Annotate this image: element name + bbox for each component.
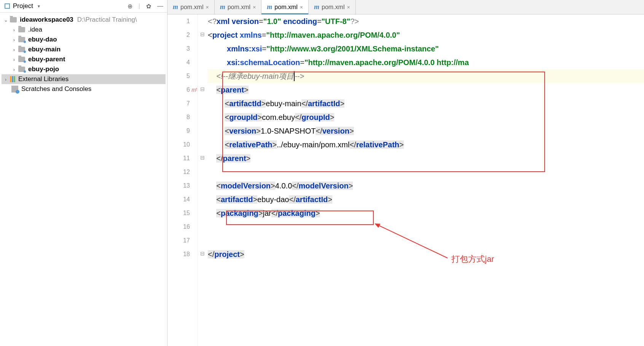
code-line-2: <project xmlns="http://maven.apache.org/…: [208, 28, 644, 42]
tab-pom-3[interactable]: m pom.xml ×: [261, 0, 309, 14]
line-number: 7: [167, 97, 190, 110]
code-line-3: xmlns:xsi="http://www.w3.org/2001/XMLSch…: [208, 42, 644, 56]
line-number: 10: [167, 138, 190, 151]
dropdown-icon[interactable]: ▼: [37, 4, 41, 8]
line-number: 2: [167, 28, 190, 42]
module-folder-icon: [18, 37, 25, 42]
code-line-5: <!--继承ebuy-main项目-->: [208, 69, 644, 83]
editor-body[interactable]: 1 2 3 4 5 6↑ 7 8 9 10 11 12 13 14 15 16 …: [167, 14, 644, 346]
code-line-15: <packaging>jar</packaging>: [208, 206, 644, 220]
maven-icon: m: [220, 3, 225, 11]
code-line-17: [208, 234, 644, 247]
code-line-1: <?xml version="1.0" encoding="UTF-8"?>: [208, 14, 644, 28]
line-number: 13: [167, 179, 190, 193]
tree-item-external-libraries[interactable]: › External Libraries: [2, 74, 166, 84]
line-number: 4: [167, 56, 190, 69]
code-line-16: [208, 220, 644, 234]
close-icon[interactable]: ×: [253, 4, 256, 10]
close-icon[interactable]: ×: [300, 4, 303, 10]
line-number: 11: [167, 151, 190, 165]
code-line-9: <version>1.0-SNAPSHOT</version>: [208, 124, 644, 138]
line-number: 17: [167, 234, 190, 247]
line-number: 5: [167, 69, 190, 83]
tab-pom-4[interactable]: m pom.xml ×: [309, 0, 356, 14]
tree-item-label: External Libraries: [18, 75, 69, 83]
libraries-icon: [10, 76, 15, 82]
gutter: 1 2 3 4 5 6↑ 7 8 9 10 11 12 13 14 15 16 …: [167, 14, 198, 346]
tree-item-label: ebuy-pojo: [28, 65, 59, 73]
fold-icon[interactable]: ⊟: [200, 86, 205, 92]
line-number: 8: [167, 110, 190, 124]
tree-item-label: ebuy-dao: [28, 36, 57, 43]
tree-root-path: D:\Practical Training\: [77, 16, 137, 24]
editor-tabs: m pom.xml × m pom.xml × m pom.xml × m po…: [167, 0, 644, 14]
sidebar-title[interactable]: Project ▼: [4, 2, 41, 10]
line-number: 9: [167, 124, 190, 138]
editor-area: m pom.xml × m pom.xml × m pom.xml × m po…: [167, 0, 644, 346]
maven-gutter-icon[interactable]: ↑: [191, 83, 196, 97]
maven-icon: m: [173, 3, 178, 11]
tab-pom-2[interactable]: m pom.xml ×: [215, 0, 262, 14]
sidebar-actions: ⊕ | ✿ —: [128, 3, 163, 10]
code-line-8: <groupId>com.ebuy</groupId>: [208, 110, 644, 124]
project-tree[interactable]: ⌄ ideaworkspace03 D:\Practical Training\…: [0, 13, 167, 96]
divider: |: [139, 3, 140, 10]
settings-icon[interactable]: ✿: [146, 3, 151, 10]
locate-icon[interactable]: ⊕: [128, 3, 132, 10]
line-number: 1: [167, 14, 190, 28]
tree-item[interactable]: › ebuy-pojo: [2, 64, 166, 74]
fold-end-icon[interactable]: ⊟: [200, 250, 205, 257]
chevron-right-icon[interactable]: ›: [3, 77, 8, 82]
project-panel-icon: [4, 3, 11, 10]
code-line-7: <artifactId>ebuy-main</artifactId>: [208, 97, 644, 110]
tree-item[interactable]: › ebuy-dao: [2, 35, 166, 45]
fold-end-icon[interactable]: ⊟: [200, 155, 205, 161]
line-number: 18: [167, 247, 190, 261]
tree-item[interactable]: › ebuy-main: [2, 45, 166, 54]
tree-item[interactable]: › .idea: [2, 25, 166, 35]
tree-root[interactable]: ⌄ ideaworkspace03 D:\Practical Training\: [2, 15, 166, 25]
code-line-10: <relativePath>../ebuy-main/pom.xml</rela…: [208, 138, 644, 151]
code-area[interactable]: <?xml version="1.0" encoding="UTF-8"?> <…: [208, 14, 644, 346]
chevron-right-icon[interactable]: ›: [11, 37, 17, 43]
code-line-18: </project>: [208, 247, 644, 261]
line-number: 12: [167, 165, 190, 179]
collapse-icon[interactable]: —: [157, 3, 163, 10]
chevron-right-icon[interactable]: ›: [11, 67, 17, 72]
code-line-14: <artifactId>ebuy-dao</artifactId>: [208, 193, 644, 206]
tree-item-scratches[interactable]: Scratches and Consoles: [2, 84, 166, 94]
close-icon[interactable]: ×: [347, 4, 350, 10]
line-number: 15: [167, 206, 190, 220]
fold-icon[interactable]: ⊟: [200, 31, 205, 37]
tree-item-label: ebuy-parent: [28, 56, 65, 63]
tree-root-name: ideaworkspace03: [20, 16, 73, 24]
tree-item[interactable]: › ebuy-parent: [2, 54, 166, 64]
annotation-label: 打包方式jar: [451, 254, 494, 265]
code-line-11: </parent>: [208, 151, 644, 165]
chevron-right-icon[interactable]: ›: [11, 57, 17, 62]
close-icon[interactable]: ×: [206, 4, 209, 10]
tab-pom-1[interactable]: m pom.xml ×: [167, 0, 215, 14]
module-folder-icon: [18, 57, 25, 62]
folder-icon: [18, 27, 25, 32]
line-number: 14: [167, 193, 190, 206]
scratches-icon: [11, 86, 18, 92]
tab-label: pom.xml: [180, 4, 203, 11]
module-folder-icon: [18, 67, 25, 72]
line-number: 16: [167, 220, 190, 234]
maven-icon: m: [267, 3, 272, 11]
code-line-13: <modelVersion>4.0.0</modelVersion>: [208, 179, 644, 193]
fold-column: ⊟ ⊟ ⊟ ⊟: [198, 14, 208, 346]
folder-icon: [10, 17, 17, 22]
chevron-down-icon[interactable]: ⌄: [3, 17, 8, 23]
chevron-right-icon[interactable]: ›: [11, 27, 17, 33]
sidebar-title-label: Project: [13, 2, 33, 10]
tab-label: pom.xml: [228, 4, 250, 11]
line-number: 3: [167, 42, 190, 56]
code-line-4: xsi:schemaLocation="http://maven.apache.…: [208, 56, 644, 69]
tab-label: pom.xml: [322, 4, 344, 11]
chevron-right-icon[interactable]: ›: [11, 47, 17, 53]
sidebar-header: Project ▼ ⊕ | ✿ —: [0, 0, 167, 13]
code-line-12: [208, 165, 644, 179]
tree-item-label: .idea: [28, 26, 42, 33]
